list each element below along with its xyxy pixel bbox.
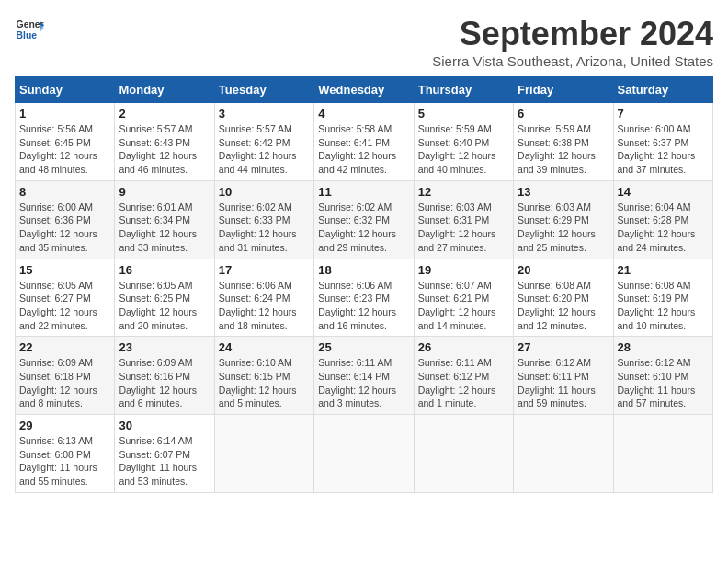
day-number: 8 (19, 185, 110, 199)
day-number: 10 (219, 185, 310, 199)
day-number: 20 (518, 263, 609, 277)
day-number: 27 (518, 340, 609, 354)
svg-text:Blue: Blue (17, 30, 38, 40)
col-sunday: Sunday (16, 77, 115, 103)
day-info: Sunrise: 6:13 AM Sunset: 6:08 PM Dayligh… (19, 434, 110, 488)
day-number: 17 (219, 263, 310, 277)
day-info: Sunrise: 6:05 AM Sunset: 6:25 PM Dayligh… (119, 279, 210, 333)
day-number: 18 (318, 263, 409, 277)
day-number: 2 (119, 107, 210, 121)
day-info: Sunrise: 6:06 AM Sunset: 6:23 PM Dayligh… (318, 279, 409, 333)
calendar-week-5: 29Sunrise: 6:13 AM Sunset: 6:08 PM Dayli… (16, 415, 713, 493)
day-info: Sunrise: 6:14 AM Sunset: 6:07 PM Dayligh… (119, 434, 210, 488)
calendar-cell: 16Sunrise: 6:05 AM Sunset: 6:25 PM Dayli… (115, 259, 214, 337)
day-info: Sunrise: 6:11 AM Sunset: 6:12 PM Dayligh… (418, 356, 509, 410)
day-number: 29 (19, 419, 110, 432)
calendar-cell (514, 415, 613, 493)
day-info: Sunrise: 6:06 AM Sunset: 6:24 PM Dayligh… (219, 279, 310, 333)
calendar-cell: 15Sunrise: 6:05 AM Sunset: 6:27 PM Dayli… (16, 259, 115, 337)
calendar-cell: 30Sunrise: 6:14 AM Sunset: 6:07 PM Dayli… (115, 415, 214, 493)
calendar-cell: 13Sunrise: 6:03 AM Sunset: 6:29 PM Dayli… (514, 180, 613, 259)
day-number: 14 (618, 185, 709, 199)
header: General Blue September 2024 Sierra Vista… (15, 15, 713, 69)
calendar-cell (613, 415, 712, 493)
day-number: 13 (518, 185, 609, 199)
day-info: Sunrise: 6:00 AM Sunset: 6:37 PM Dayligh… (618, 122, 709, 177)
day-number: 12 (418, 185, 509, 199)
day-info: Sunrise: 6:11 AM Sunset: 6:14 PM Dayligh… (318, 356, 409, 410)
calendar-table: Sunday Monday Tuesday Wednesday Thursday… (15, 76, 713, 493)
calendar-cell: 14Sunrise: 6:04 AM Sunset: 6:28 PM Dayli… (613, 180, 712, 259)
calendar-week-3: 15Sunrise: 6:05 AM Sunset: 6:27 PM Dayli… (16, 259, 713, 337)
day-info: Sunrise: 6:03 AM Sunset: 6:31 PM Dayligh… (418, 201, 509, 255)
calendar-cell: 12Sunrise: 6:03 AM Sunset: 6:31 PM Dayli… (414, 180, 513, 259)
day-number: 30 (119, 419, 210, 432)
day-info: Sunrise: 5:58 AM Sunset: 6:41 PM Dayligh… (318, 122, 409, 177)
calendar-cell: 6Sunrise: 5:59 AM Sunset: 6:38 PM Daylig… (514, 103, 613, 181)
calendar-cell: 29Sunrise: 6:13 AM Sunset: 6:08 PM Dayli… (16, 415, 115, 493)
day-info: Sunrise: 6:02 AM Sunset: 6:33 PM Dayligh… (219, 201, 310, 255)
day-info: Sunrise: 5:57 AM Sunset: 6:43 PM Dayligh… (119, 122, 210, 177)
calendar-cell: 18Sunrise: 6:06 AM Sunset: 6:23 PM Dayli… (314, 259, 414, 337)
col-wednesday: Wednesday (314, 77, 414, 103)
day-info: Sunrise: 6:08 AM Sunset: 6:19 PM Dayligh… (618, 279, 709, 333)
day-info: Sunrise: 6:07 AM Sunset: 6:21 PM Dayligh… (418, 279, 509, 333)
calendar-cell: 9Sunrise: 6:01 AM Sunset: 6:34 PM Daylig… (115, 180, 214, 259)
calendar-cell: 3Sunrise: 5:57 AM Sunset: 6:42 PM Daylig… (214, 103, 313, 181)
day-info: Sunrise: 6:12 AM Sunset: 6:10 PM Dayligh… (618, 356, 709, 410)
day-info: Sunrise: 6:00 AM Sunset: 6:36 PM Dayligh… (19, 201, 110, 255)
header-row: Sunday Monday Tuesday Wednesday Thursday… (16, 77, 713, 103)
calendar-cell: 10Sunrise: 6:02 AM Sunset: 6:33 PM Dayli… (214, 180, 313, 259)
day-info: Sunrise: 6:05 AM Sunset: 6:27 PM Dayligh… (19, 279, 110, 333)
day-info: Sunrise: 6:01 AM Sunset: 6:34 PM Dayligh… (119, 201, 210, 255)
day-number: 21 (618, 263, 709, 277)
day-number: 16 (119, 263, 210, 277)
day-info: Sunrise: 6:03 AM Sunset: 6:29 PM Dayligh… (518, 201, 609, 255)
calendar-cell: 8Sunrise: 6:00 AM Sunset: 6:36 PM Daylig… (16, 180, 115, 259)
day-number: 1 (19, 107, 110, 121)
calendar-cell: 27Sunrise: 6:12 AM Sunset: 6:11 PM Dayli… (514, 337, 613, 415)
calendar-week-2: 8Sunrise: 6:00 AM Sunset: 6:36 PM Daylig… (16, 180, 713, 259)
day-info: Sunrise: 5:57 AM Sunset: 6:42 PM Dayligh… (219, 122, 310, 177)
calendar-cell (314, 415, 414, 493)
day-info: Sunrise: 5:56 AM Sunset: 6:45 PM Dayligh… (19, 122, 110, 177)
day-number: 3 (219, 107, 310, 121)
day-number: 26 (418, 340, 509, 354)
day-info: Sunrise: 6:09 AM Sunset: 6:16 PM Dayligh… (119, 356, 210, 410)
day-info: Sunrise: 6:02 AM Sunset: 6:32 PM Dayligh… (318, 201, 409, 255)
day-number: 19 (418, 263, 509, 277)
calendar-cell: 25Sunrise: 6:11 AM Sunset: 6:14 PM Dayli… (314, 337, 414, 415)
day-number: 9 (119, 185, 210, 199)
calendar-body: 1Sunrise: 5:56 AM Sunset: 6:45 PM Daylig… (16, 103, 713, 493)
col-friday: Friday (514, 77, 613, 103)
logo: General Blue (15, 15, 44, 44)
logo-icon: General Blue (15, 15, 44, 44)
calendar-cell: 20Sunrise: 6:08 AM Sunset: 6:20 PM Dayli… (514, 259, 613, 337)
day-info: Sunrise: 6:09 AM Sunset: 6:18 PM Dayligh… (19, 356, 110, 410)
day-info: Sunrise: 5:59 AM Sunset: 6:38 PM Dayligh… (518, 122, 609, 177)
calendar-subtitle: Sierra Vista Southeast, Arizona, United … (432, 53, 713, 69)
day-number: 15 (19, 263, 110, 277)
day-number: 7 (618, 107, 709, 121)
calendar-cell: 11Sunrise: 6:02 AM Sunset: 6:32 PM Dayli… (314, 180, 414, 259)
calendar-cell: 22Sunrise: 6:09 AM Sunset: 6:18 PM Dayli… (16, 337, 115, 415)
calendar-cell: 17Sunrise: 6:06 AM Sunset: 6:24 PM Dayli… (214, 259, 313, 337)
col-thursday: Thursday (414, 77, 513, 103)
calendar-cell: 1Sunrise: 5:56 AM Sunset: 6:45 PM Daylig… (16, 103, 115, 181)
calendar-cell: 19Sunrise: 6:07 AM Sunset: 6:21 PM Dayli… (414, 259, 513, 337)
day-number: 23 (119, 340, 210, 354)
calendar-cell: 28Sunrise: 6:12 AM Sunset: 6:10 PM Dayli… (613, 337, 712, 415)
col-tuesday: Tuesday (214, 77, 313, 103)
calendar-cell: 5Sunrise: 5:59 AM Sunset: 6:40 PM Daylig… (414, 103, 513, 181)
calendar-cell: 21Sunrise: 6:08 AM Sunset: 6:19 PM Dayli… (613, 259, 712, 337)
calendar-header: Sunday Monday Tuesday Wednesday Thursday… (16, 77, 713, 103)
calendar-cell: 7Sunrise: 6:00 AM Sunset: 6:37 PM Daylig… (613, 103, 712, 181)
day-info: Sunrise: 5:59 AM Sunset: 6:40 PM Dayligh… (418, 122, 509, 177)
day-info: Sunrise: 6:08 AM Sunset: 6:20 PM Dayligh… (518, 279, 609, 333)
calendar-week-4: 22Sunrise: 6:09 AM Sunset: 6:18 PM Dayli… (16, 337, 713, 415)
calendar-week-1: 1Sunrise: 5:56 AM Sunset: 6:45 PM Daylig… (16, 103, 713, 181)
day-number: 24 (219, 340, 310, 354)
col-monday: Monday (115, 77, 214, 103)
day-number: 6 (518, 107, 609, 121)
day-number: 28 (618, 340, 709, 354)
